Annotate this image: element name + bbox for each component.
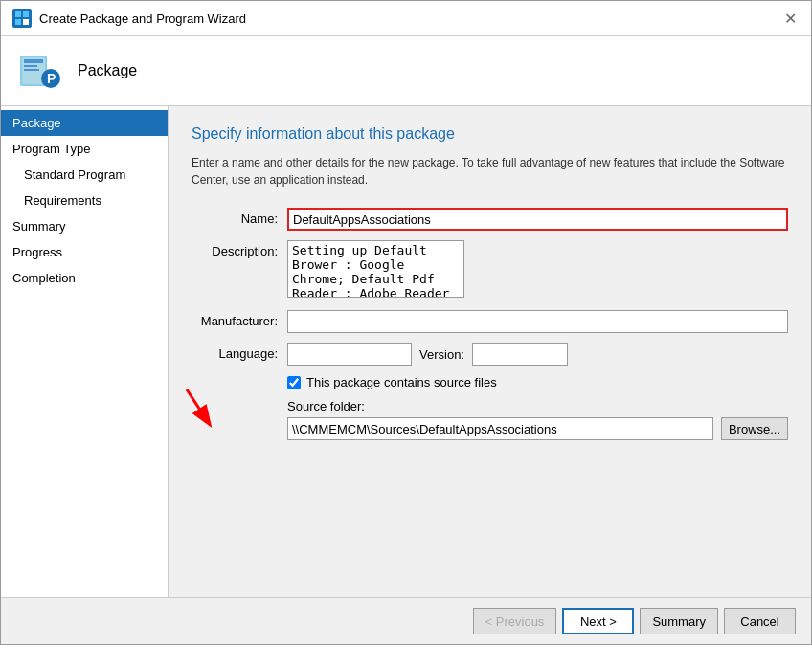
svg-rect-6 (24, 59, 43, 63)
description-wrapper: Setting up Default Brower : Google Chrom… (287, 240, 788, 300)
app-icon (12, 9, 32, 28)
svg-rect-7 (24, 65, 37, 67)
description-label: Description: (192, 240, 287, 258)
version-label: Version: (419, 347, 464, 362)
description-input[interactable]: Setting up Default Brower : Google Chrom… (287, 240, 464, 298)
wizard-header: P Package (1, 36, 811, 106)
sidebar-item-standard-program[interactable]: Standard Program (1, 162, 168, 188)
version-input[interactable] (472, 343, 568, 366)
sidebar-item-progress[interactable]: Progress (1, 239, 168, 265)
svg-rect-0 (15, 11, 21, 17)
next-button[interactable]: Next > (562, 608, 634, 634)
manufacturer-input[interactable] (287, 310, 788, 333)
checkbox-label: This package contains source files (306, 375, 497, 389)
sidebar-item-package[interactable]: Package (1, 110, 168, 136)
info-text: Enter a name and other details for the n… (192, 154, 788, 189)
svg-rect-3 (23, 19, 29, 25)
svg-rect-1 (23, 11, 29, 17)
main-content: Package Program Type Standard Program Re… (1, 106, 811, 597)
source-files-checkbox[interactable] (287, 376, 301, 389)
title-bar: Create Package and Program Wizard ✕ (1, 1, 811, 36)
content-wrapper: Specify information about this package E… (192, 125, 788, 440)
wizard-window: Create Package and Program Wizard ✕ P Pa… (0, 0, 812, 645)
language-input[interactable] (287, 343, 412, 366)
svg-rect-8 (24, 69, 39, 71)
close-button[interactable]: ✕ (780, 9, 800, 28)
name-row: Name: (192, 208, 788, 231)
name-label: Name: (192, 208, 287, 226)
previous-button[interactable]: < Previous (473, 608, 557, 634)
header-title: Package (78, 62, 137, 79)
red-arrow-annotation (172, 385, 230, 435)
source-folder-row: Browse... (287, 417, 788, 440)
sidebar-item-summary[interactable]: Summary (1, 213, 168, 239)
checkbox-row: This package contains source files (287, 375, 788, 389)
language-version-group: Version: (287, 343, 568, 366)
sidebar: Package Program Type Standard Program Re… (1, 106, 169, 597)
wizard-icon: P (16, 48, 62, 94)
footer: < Previous Next > Summary Cancel (1, 597, 811, 644)
language-label: Language: (192, 343, 287, 361)
source-folder-label-text: Source folder: (287, 399, 788, 413)
cancel-button[interactable]: Cancel (724, 608, 796, 634)
svg-rect-2 (15, 19, 21, 25)
language-version-row: Language: Version: (192, 343, 788, 366)
browse-button[interactable]: Browse... (721, 417, 788, 440)
summary-button[interactable]: Summary (640, 608, 718, 634)
sidebar-item-completion[interactable]: Completion (1, 265, 168, 291)
source-folder-input[interactable] (287, 417, 713, 440)
sidebar-item-requirements[interactable]: Requirements (1, 188, 168, 213)
description-row: Description: Setting up Default Brower :… (192, 240, 788, 300)
name-input[interactable] (287, 208, 788, 231)
manufacturer-label: Manufacturer: (192, 310, 287, 328)
content-area: Specify information about this package E… (169, 106, 811, 597)
title-bar-left: Create Package and Program Wizard (12, 9, 246, 28)
window-title: Create Package and Program Wizard (39, 11, 246, 26)
svg-line-12 (187, 389, 209, 423)
manufacturer-row: Manufacturer: (192, 310, 788, 333)
sidebar-item-program-type[interactable]: Program Type (1, 136, 168, 162)
content-title: Specify information about this package (192, 125, 788, 143)
svg-text:P: P (47, 71, 56, 86)
